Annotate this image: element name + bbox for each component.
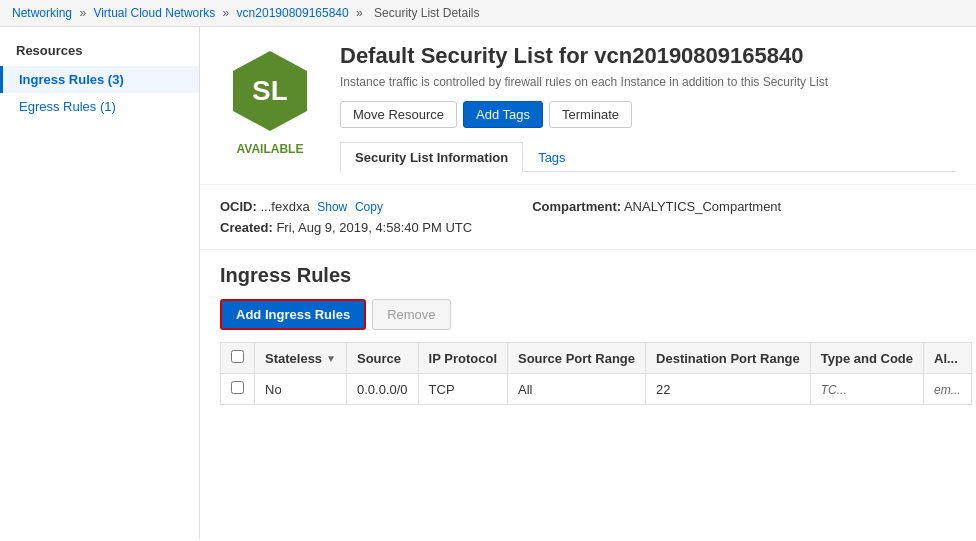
table-row: No 0.0.0.0/0 TCP All 22 TC... em... [221,374,972,405]
sidebar: Resources Ingress Rules (3) Egress Rules… [0,27,200,539]
row-ip-protocol: TCP [418,374,507,405]
content-area: SL AVAILABLE Default Security List for v… [200,27,976,539]
sidebar-item-ingress[interactable]: Ingress Rules (3) [0,66,199,93]
row-source-port-range: All [508,374,646,405]
table-body: No 0.0.0.0/0 TCP All 22 TC... em... [221,374,972,405]
row-allow: em... [924,374,972,405]
col-stateless: Stateless ▼ [255,343,347,374]
tab-security-list-info[interactable]: Security List Information [340,142,523,172]
ocid-field: OCID: ...fexdxa Show Copy [220,199,472,214]
breadcrumb-vcn-id[interactable]: vcn20190809165840 [237,6,349,20]
col-checkbox [221,343,255,374]
add-tags-button[interactable]: Add Tags [463,101,543,128]
header-section: SL AVAILABLE Default Security List for v… [200,27,976,185]
status-badge: AVAILABLE [237,142,304,156]
ocid-value: ...fexdxa [260,199,309,214]
col-source-port-range: Source Port Range [508,343,646,374]
row-destination-port-range: 22 [646,374,811,405]
info-right: Compartment: ANALYTICS_Compartment [532,199,781,235]
tabs: Security List Information Tags [340,142,956,172]
remove-button[interactable]: Remove [372,299,450,330]
ingress-rules-section: Ingress Rules Add Ingress Rules Remove S… [200,250,976,419]
row-source: 0.0.0.0/0 [347,374,419,405]
ocid-show-link[interactable]: Show [317,200,347,214]
tab-tags[interactable]: Tags [523,142,580,172]
row-checkbox[interactable] [231,381,244,394]
compartment-value: ANALYTICS_Compartment [624,199,781,214]
add-ingress-rules-button[interactable]: Add Ingress Rules [220,299,366,330]
table-header: Stateless ▼ Source IP Protocol Source Po… [221,343,972,374]
page-title: Default Security List for vcn20190809165… [340,43,956,69]
stateless-sort-header[interactable]: Stateless ▼ [265,351,336,366]
page-subtitle: Instance traffic is controlled by firewa… [340,75,956,89]
select-all-checkbox[interactable] [231,350,244,363]
row-checkbox-cell [221,374,255,405]
terminate-button[interactable]: Terminate [549,101,632,128]
col-type-and-code: Type and Code [810,343,923,374]
row-type-and-code: TC... [810,374,923,405]
sort-icon: ▼ [326,353,336,364]
compartment-field: Compartment: ANALYTICS_Compartment [532,199,781,214]
resource-icon: SL AVAILABLE [220,43,320,158]
breadcrumb-current: Security List Details [374,6,479,20]
info-left: OCID: ...fexdxa Show Copy Created: Fri, … [220,199,472,235]
created-field: Created: Fri, Aug 9, 2019, 4:58:40 PM UT… [220,220,472,235]
created-value: Fri, Aug 9, 2019, 4:58:40 PM UTC [276,220,472,235]
breadcrumb: Networking » Virtual Cloud Networks » vc… [0,0,976,27]
sidebar-resources-title: Resources [0,43,199,66]
breadcrumb-networking[interactable]: Networking [12,6,72,20]
move-resource-button[interactable]: Move Resource [340,101,457,128]
hex-initials: SL [252,75,288,107]
col-ip-protocol: IP Protocol [418,343,507,374]
header-info: Default Security List for vcn20190809165… [340,43,956,172]
action-buttons: Move Resource Add Tags Terminate [340,101,956,128]
info-section: OCID: ...fexdxa Show Copy Created: Fri, … [200,185,976,250]
col-destination-port-range: Destination Port Range [646,343,811,374]
ingress-rules-title: Ingress Rules [220,264,956,287]
ocid-copy-link[interactable]: Copy [355,200,383,214]
rules-toolbar: Add Ingress Rules Remove [220,299,956,330]
col-allow: Al... [924,343,972,374]
breadcrumb-vcn[interactable]: Virtual Cloud Networks [93,6,215,20]
col-source: Source [347,343,419,374]
ingress-rules-table: Stateless ▼ Source IP Protocol Source Po… [220,342,972,405]
sidebar-item-egress[interactable]: Egress Rules (1) [0,93,199,120]
row-stateless: No [255,374,347,405]
